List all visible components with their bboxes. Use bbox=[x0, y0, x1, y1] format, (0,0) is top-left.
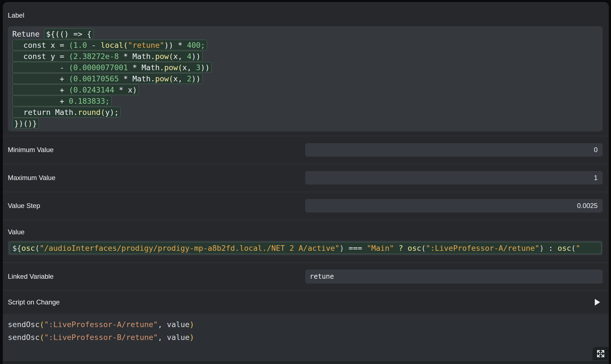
value-section: Value ${osc("/audioInterfaces/prodigy/pr… bbox=[3, 220, 609, 263]
script-line: sendOsc(":LiveProfessor-B/retune", value… bbox=[8, 331, 609, 344]
value-section-title: Value bbox=[8, 228, 25, 237]
value-step-label: Value Step bbox=[8, 202, 40, 210]
maximum-value-row: Maximum Value 1 bbox=[3, 164, 609, 192]
code-line: const y = (2.38272e-8 * Math.pow(x, 4)) bbox=[12, 51, 598, 62]
minimum-value-label: Minimum Value bbox=[8, 146, 54, 154]
script-on-change-row: Script on Change bbox=[3, 290, 609, 314]
value-expression: ${osc("/audioInterfaces/prodigy/prodigy-… bbox=[10, 242, 601, 254]
minimum-value-input[interactable]: 0 bbox=[305, 143, 603, 157]
code-line: return Math.round(y); bbox=[12, 107, 598, 118]
expand-script-arrow-icon[interactable] bbox=[595, 299, 600, 306]
linked-variable-input[interactable]: retune bbox=[305, 270, 603, 283]
code-line: const x = (1.0 - local("retune")) * 400; bbox=[12, 39, 598, 51]
expand-arrows-icon bbox=[596, 349, 605, 358]
linked-variable-row: Linked Variable retune bbox=[3, 263, 609, 290]
value-code-field[interactable]: ${osc("/audioInterfaces/prodigy/prodigy-… bbox=[8, 241, 603, 255]
script-line: sendOsc(":LiveProfessor-A/retune", value… bbox=[8, 318, 609, 331]
label-section-title: Label bbox=[8, 11, 24, 20]
properties-panel: Label Retune ${(() => { const x = (1.0 -… bbox=[3, 2, 609, 364]
label-code-editor[interactable]: Retune ${(() => { const x = (1.0 - local… bbox=[8, 26, 603, 131]
value-step-input[interactable]: 0.0025 bbox=[305, 199, 603, 212]
code-line: + (0.00170565 * Math.pow(x, 2)) bbox=[12, 73, 598, 84]
code-line: - (0.0000077001 * Math.pow(x, 3)) bbox=[12, 62, 598, 73]
maximum-value-label: Maximum Value bbox=[8, 174, 55, 182]
minimum-value-row: Minimum Value 0 bbox=[3, 136, 609, 164]
linked-variable-label: Linked Variable bbox=[8, 273, 54, 280]
footer-strip bbox=[3, 360, 609, 364]
maximum-value-input[interactable]: 1 bbox=[305, 171, 603, 185]
code-line: + 0.183833; bbox=[12, 95, 598, 107]
script-on-change-label: Script on Change bbox=[8, 298, 60, 306]
widget-properties-screen: Label Retune ${(() => { const x = (1.0 -… bbox=[0, 0, 611, 364]
code-line: })()} bbox=[12, 118, 598, 129]
value-step-row: Value Step 0.0025 bbox=[3, 192, 609, 220]
code-line: Retune ${(() => { bbox=[12, 28, 598, 39]
script-code-block[interactable]: sendOsc(":LiveProfessor-A/retune", value… bbox=[3, 314, 609, 360]
code-line: + (0.0243144 * x) bbox=[12, 84, 598, 95]
fullscreen-button[interactable] bbox=[593, 347, 609, 360]
